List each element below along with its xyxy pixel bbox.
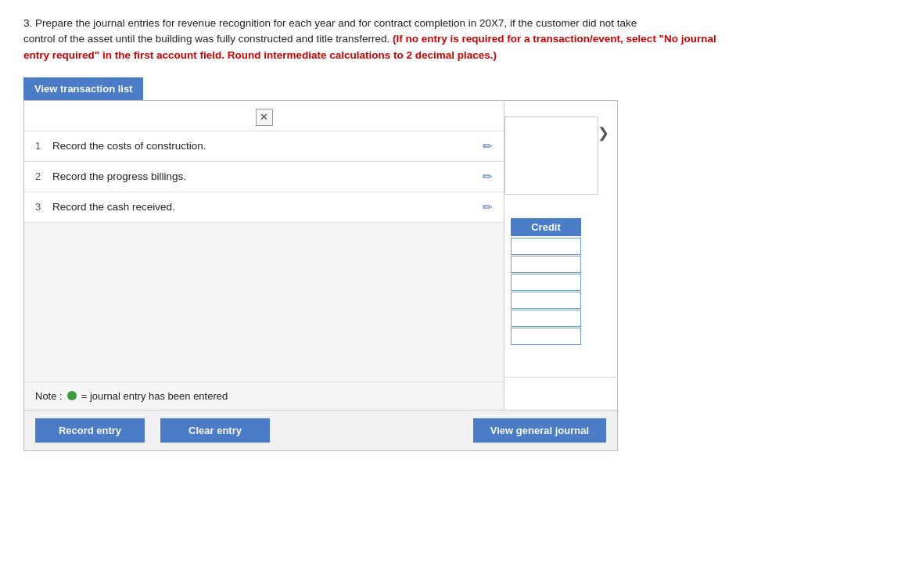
transaction-list: 1 Record the costs of construction. ✏ 2 …	[24, 131, 504, 223]
item-number: 1	[35, 140, 52, 152]
item-number: 3	[35, 201, 52, 213]
item-label: Record the costs of construction.	[52, 140, 483, 152]
credit-row[interactable]	[511, 274, 581, 291]
credit-row[interactable]	[511, 328, 581, 345]
record-entry-button[interactable]: Record entry	[35, 418, 145, 443]
credit-section: Credit	[504, 218, 617, 346]
right-panel: ❯ Credit	[504, 101, 617, 410]
instructions-block: 3. Prepare the journal entries for reven…	[23, 16, 878, 63]
edit-icon[interactable]: ✏	[483, 139, 493, 153]
view-general-journal-button[interactable]: View general journal	[473, 418, 606, 443]
green-dot-icon	[67, 391, 77, 400]
item-label: Record the cash received.	[52, 201, 483, 213]
transaction-panel: ✕ 1 Record the costs of construction. ✏ …	[24, 101, 617, 410]
note-row: Note : = journal entry has been entered	[24, 382, 504, 410]
item-label: Record the progress billings.	[52, 170, 483, 182]
white-box	[504, 117, 598, 195]
credit-rows	[511, 238, 581, 345]
main-container: ✕ 1 Record the costs of construction. ✏ …	[23, 100, 618, 451]
edit-icon[interactable]: ✏	[483, 200, 493, 214]
instruction-text1: 3. Prepare the journal entries for reven…	[23, 17, 637, 29]
credit-row[interactable]	[511, 238, 581, 255]
note-prefix: Note :	[35, 390, 63, 402]
note-text: = journal entry has been entered	[81, 390, 228, 402]
close-button[interactable]: ✕	[256, 109, 273, 126]
credit-row[interactable]	[511, 292, 581, 309]
view-transaction-button[interactable]: View transaction list	[23, 77, 143, 100]
left-panel: ✕ 1 Record the costs of construction. ✏ …	[24, 101, 504, 410]
item-number: 2	[35, 170, 52, 182]
chevron-right-icon[interactable]: ❯	[598, 124, 609, 142]
credit-header: Credit	[511, 218, 581, 236]
edit-icon[interactable]: ✏	[483, 170, 493, 184]
close-btn-row: ✕	[24, 101, 504, 131]
list-item: 3 Record the cash received. ✏	[24, 192, 504, 223]
bottom-bar: Record entry Clear entry View general jo…	[24, 410, 617, 450]
clear-entry-button[interactable]: Clear entry	[160, 418, 270, 443]
credit-row[interactable]	[511, 310, 581, 327]
list-item: 1 Record the costs of construction. ✏	[24, 131, 504, 162]
credit-row[interactable]	[511, 256, 581, 273]
empty-area	[24, 223, 504, 382]
instruction-text2: control of the asset until the building …	[23, 33, 389, 45]
list-item: 2 Record the progress billings. ✏	[24, 162, 504, 192]
